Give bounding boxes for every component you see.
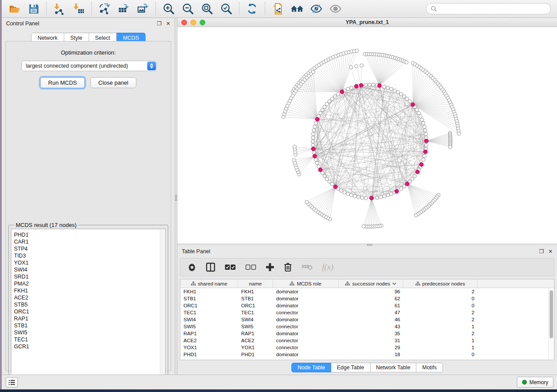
list-item[interactable]: TID3 bbox=[14, 252, 165, 259]
optimization-criterion-select[interactable]: largest connected component (undirected) bbox=[21, 61, 157, 71]
list-item[interactable]: CAR1 bbox=[14, 238, 165, 245]
table-toolbar: f(x) bbox=[180, 258, 554, 276]
table-tabs: Node Table Edge Table Network Table Moti… bbox=[177, 363, 557, 372]
column-header[interactable]: predecessor nodes bbox=[403, 279, 477, 288]
close-window-icon[interactable] bbox=[181, 20, 187, 25]
export-table-icon[interactable] bbox=[117, 2, 130, 15]
table-row[interactable]: SWI5SWI5connector431 bbox=[180, 323, 554, 330]
network-view-title: YPA_prune.txt_1 bbox=[346, 19, 389, 25]
scrollbar-thumb[interactable] bbox=[550, 290, 553, 338]
mcds-result-list[interactable]: PHD1CAR1STP4TID3YOX1SWI4SRD1PMA2FKH1ACE2… bbox=[11, 229, 166, 382]
zoom-out-icon[interactable] bbox=[181, 2, 194, 15]
open-file-icon[interactable] bbox=[8, 2, 21, 15]
table-row[interactable]: SWI4SWI4dominator462 bbox=[180, 316, 554, 323]
table-row[interactable]: TEC1TEC1connector472 bbox=[180, 309, 554, 316]
tab-motifs[interactable]: Motifs bbox=[416, 363, 443, 372]
refresh-icon[interactable] bbox=[246, 2, 259, 15]
column-header[interactable]: MCDS role bbox=[273, 279, 339, 288]
import-table-icon[interactable] bbox=[72, 2, 85, 15]
add-column-icon[interactable] bbox=[266, 263, 274, 272]
table-cell: 61 bbox=[339, 303, 403, 308]
list-item[interactable]: RAP1 bbox=[14, 315, 165, 322]
window-controls bbox=[181, 20, 205, 25]
table-cell: 0 bbox=[403, 296, 477, 301]
unselect-all-columns-icon[interactable] bbox=[245, 264, 256, 270]
tab-edge-table[interactable]: Edge Table bbox=[331, 363, 370, 372]
zoom-selected-icon[interactable] bbox=[220, 2, 233, 15]
export-network-icon[interactable] bbox=[98, 2, 111, 15]
table-body: FKH1FKH1dominator962STB1STB1dominator620… bbox=[180, 288, 554, 358]
table-cell: TEC1 bbox=[238, 310, 273, 315]
table-panel: Table Panel ❐ ✕ bbox=[177, 246, 557, 375]
list-item[interactable]: PHD1 bbox=[14, 231, 165, 238]
import-network-icon[interactable] bbox=[53, 2, 66, 15]
table-scrollbar[interactable] bbox=[548, 289, 554, 360]
list-item[interactable]: SRD1 bbox=[14, 273, 165, 280]
run-mcds-button[interactable]: Run MCDS bbox=[40, 77, 85, 88]
list-item[interactable]: GCR1 bbox=[14, 343, 165, 350]
table-row[interactable]: ORC1ORC1dominator610 bbox=[180, 302, 554, 309]
table-cell: 2 bbox=[403, 289, 477, 294]
close-panel-icon[interactable]: ✕ bbox=[548, 249, 553, 254]
list-item[interactable]: YOX1 bbox=[14, 259, 165, 266]
control-panel-title: Control Panel bbox=[6, 21, 39, 27]
tab-node-table[interactable]: Node Table bbox=[291, 363, 331, 372]
memory-button[interactable]: Memory bbox=[517, 377, 554, 388]
list-item[interactable]: ORC1 bbox=[14, 308, 165, 315]
save-session-icon[interactable] bbox=[27, 2, 40, 15]
search-input[interactable] bbox=[439, 6, 546, 12]
zoom-in-icon[interactable] bbox=[162, 2, 175, 15]
search-icon bbox=[431, 6, 437, 12]
list-item[interactable]: FKH1 bbox=[14, 287, 165, 294]
memory-status-icon bbox=[522, 380, 527, 385]
network-graph[interactable] bbox=[177, 27, 557, 244]
table-row[interactable]: PHD1PHD1dominator180 bbox=[180, 351, 554, 358]
table-row[interactable]: FKH1FKH1dominator962 bbox=[180, 288, 554, 295]
network-canvas[interactable] bbox=[177, 27, 557, 244]
list-item[interactable]: STB1 bbox=[14, 322, 165, 329]
hide-selected-icon[interactable] bbox=[310, 2, 323, 15]
minimize-window-icon[interactable] bbox=[190, 20, 196, 25]
mcds-list-scrollbar[interactable] bbox=[160, 230, 165, 382]
table-cell: 0 bbox=[403, 352, 477, 357]
maximize-window-icon[interactable] bbox=[200, 20, 205, 25]
column-header[interactable]: shared name bbox=[180, 279, 238, 288]
task-history-button[interactable] bbox=[6, 377, 18, 388]
node-table[interactable]: shared namenameMCDS rolesuccessor nodesp… bbox=[180, 279, 554, 360]
close-panel-icon[interactable]: ✕ bbox=[166, 21, 170, 26]
main-toolbar bbox=[2, 0, 557, 18]
table-panel-titlebar: Table Panel ❐ ✕ bbox=[177, 246, 557, 257]
export-image-icon[interactable] bbox=[136, 2, 149, 15]
splitter-grip[interactable] bbox=[175, 195, 177, 201]
float-panel-icon[interactable]: ❐ bbox=[157, 21, 162, 26]
table-cell: ACE2 bbox=[180, 338, 238, 343]
select-all-columns-icon[interactable] bbox=[225, 264, 236, 270]
list-item[interactable]: TEC1 bbox=[14, 336, 165, 343]
close-panel-button[interactable]: Close panel bbox=[90, 77, 136, 88]
table-row[interactable]: ACE2ACE2connector311 bbox=[180, 337, 554, 344]
list-item[interactable]: STB5 bbox=[14, 301, 165, 308]
zoom-fit-icon[interactable] bbox=[201, 2, 214, 15]
table-row[interactable]: STB1STB1dominator620 bbox=[180, 295, 554, 302]
list-item[interactable]: PMA2 bbox=[14, 280, 165, 287]
table-settings-icon[interactable] bbox=[187, 263, 197, 272]
show-all-icon[interactable] bbox=[329, 2, 342, 15]
show-columns-icon[interactable] bbox=[206, 262, 215, 272]
new-network-from-selection-icon[interactable] bbox=[271, 2, 284, 15]
list-item[interactable]: SWI5 bbox=[14, 329, 165, 336]
search-box[interactable] bbox=[426, 3, 551, 14]
table-cell: connector bbox=[273, 324, 339, 329]
list-item[interactable]: STP4 bbox=[14, 245, 165, 252]
column-header[interactable]: successor nodes bbox=[339, 279, 403, 288]
tab-network-table[interactable]: Network Table bbox=[370, 363, 417, 372]
table-cell: 35 bbox=[339, 331, 403, 336]
table-row[interactable]: RAP1RAP1dominator352 bbox=[180, 330, 554, 337]
table-row[interactable]: YOX1YOX1connector291 bbox=[180, 344, 554, 351]
list-item[interactable]: ACE2 bbox=[14, 294, 165, 301]
first-neighbors-icon[interactable] bbox=[291, 2, 304, 15]
column-header[interactable]: name bbox=[238, 279, 273, 288]
list-item[interactable]: SWI4 bbox=[14, 266, 165, 273]
delete-columns-icon[interactable] bbox=[284, 262, 292, 272]
float-panel-icon[interactable]: ❐ bbox=[539, 249, 544, 254]
table-cell: 46 bbox=[339, 317, 403, 322]
